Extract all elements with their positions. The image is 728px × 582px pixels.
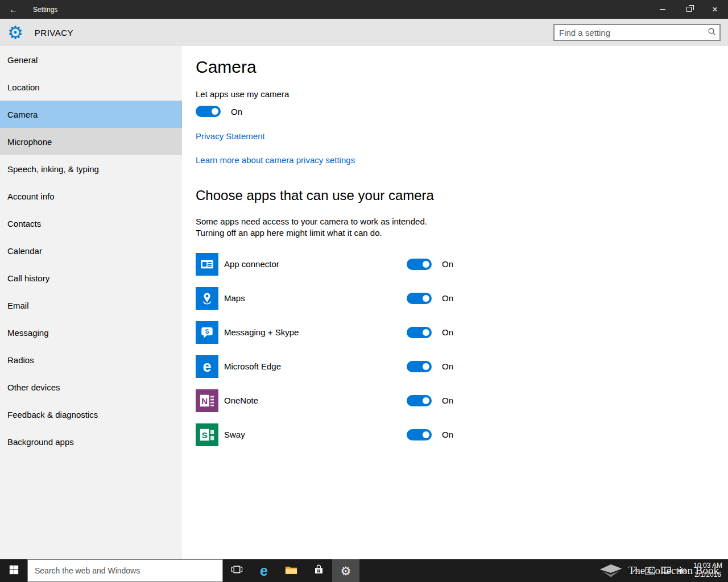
app-toggle-state: On xyxy=(442,430,453,439)
minimize-button[interactable] xyxy=(650,0,676,19)
touch-keyboard-icon[interactable] xyxy=(645,567,655,575)
sidebar-item-other-devices[interactable]: Other devices xyxy=(0,373,182,401)
toggle-knob xyxy=(212,108,218,115)
caption-buttons: × xyxy=(650,0,728,19)
learn-more-link[interactable]: Learn more about camera privacy settings xyxy=(196,155,355,165)
settings-gear-taskbar-icon: ⚙ xyxy=(341,565,351,577)
app-row-messaging-skype: S Messaging + Skype On xyxy=(196,315,728,350)
svg-text:S: S xyxy=(205,328,209,335)
microsoft-edge-toggle[interactable] xyxy=(407,361,432,372)
camera-toggle-row: On xyxy=(196,106,728,117)
app-toggle-state: On xyxy=(442,361,453,371)
camera-app-list: App connector On Maps On xyxy=(196,247,728,452)
sidebar-item-microphone[interactable]: Microphone xyxy=(0,128,182,155)
messaging-skype-toggle[interactable] xyxy=(407,327,432,338)
maps-toggle[interactable] xyxy=(407,293,432,304)
sidebar-item-calendar[interactable]: Calendar xyxy=(0,237,182,264)
app-name: Messaging + Skype xyxy=(224,327,407,337)
sidebar-item-messaging[interactable]: Messaging xyxy=(0,319,182,346)
app-name: Maps xyxy=(224,293,407,303)
network-icon[interactable] xyxy=(661,567,671,575)
file-explorer-button[interactable] xyxy=(278,559,305,582)
app-name: App connector xyxy=(224,259,407,269)
search-icon[interactable] xyxy=(708,27,716,38)
task-view-button[interactable] xyxy=(223,559,250,582)
taskbar-search-input[interactable] xyxy=(35,566,222,575)
settings-gear-icon: ⚙ xyxy=(7,24,23,41)
toggle-knob xyxy=(423,295,429,302)
toggle-knob xyxy=(423,261,429,268)
taskbar-searchbox[interactable] xyxy=(27,559,223,582)
main-content: Camera Let apps use my camera On Privacy… xyxy=(182,46,728,559)
svg-text:N: N xyxy=(201,396,208,405)
find-setting-searchbox[interactable] xyxy=(553,24,721,41)
app-toggle-state: On xyxy=(442,327,453,337)
sidebar-item-general[interactable]: General xyxy=(0,46,182,73)
sidebar-item-feedback-diagnostics[interactable]: Feedback & diagnostics xyxy=(0,401,182,428)
minimize-icon xyxy=(660,9,665,10)
volume-icon[interactable] xyxy=(677,567,687,575)
toggle-knob xyxy=(423,363,429,370)
sidebar-item-camera[interactable]: Camera xyxy=(0,101,182,128)
edge-taskbar-button[interactable]: e xyxy=(250,559,278,582)
privacy-sidebar: General Location Camera Microphone Speec… xyxy=(0,46,182,559)
onenote-toggle[interactable] xyxy=(407,395,432,406)
store-icon xyxy=(313,564,324,577)
system-tray: 10:03 AM 2/1/2016 xyxy=(632,559,728,582)
app-toggle-state: On xyxy=(442,293,453,303)
back-button[interactable]: ← xyxy=(0,0,27,19)
close-icon: × xyxy=(712,5,717,14)
app-row-maps: Maps On xyxy=(196,281,728,315)
show-hidden-icons-chevron[interactable] xyxy=(632,568,639,573)
app-row-microsoft-edge: e Microsoft Edge On xyxy=(196,350,728,384)
back-icon: ← xyxy=(9,5,18,15)
app-connector-toggle[interactable] xyxy=(407,259,432,270)
sway-icon: S xyxy=(196,423,218,446)
toggle-knob xyxy=(423,329,429,336)
edge-icon: e xyxy=(260,564,268,578)
svg-text:S: S xyxy=(202,430,208,439)
restore-button[interactable] xyxy=(676,0,702,19)
sidebar-item-contacts[interactable]: Contacts xyxy=(0,210,182,237)
app-row-onenote: N OneNote On xyxy=(196,384,728,418)
taskbar: e ⚙ xyxy=(0,559,728,582)
svg-text:e: e xyxy=(202,358,211,375)
privacy-statement-link[interactable]: Privacy Statement xyxy=(196,131,265,141)
page-title: PRIVACY xyxy=(35,28,73,38)
sidebar-item-speech-inking-typing[interactable]: Speech, inking, & typing xyxy=(0,155,182,182)
sidebar-item-call-history[interactable]: Call history xyxy=(0,264,182,292)
sidebar-item-account-info[interactable]: Account info xyxy=(0,182,182,210)
toggle-knob xyxy=(423,431,429,438)
app-row-app-connector: App connector On xyxy=(196,247,728,281)
taskbar-clock[interactable]: 10:03 AM 2/1/2016 xyxy=(693,562,722,579)
restore-icon xyxy=(686,7,692,12)
windows-logo-icon xyxy=(9,565,19,577)
app-row-sway: S Sway On xyxy=(196,418,728,452)
folder-icon xyxy=(285,564,297,577)
start-button[interactable] xyxy=(0,559,27,582)
app-toggle-state: On xyxy=(442,259,453,269)
camera-toggle-label: Let apps use my camera xyxy=(196,89,728,99)
camera-master-toggle[interactable] xyxy=(196,106,221,117)
settings-taskbar-button[interactable]: ⚙ xyxy=(332,559,359,582)
close-button[interactable]: × xyxy=(702,0,728,19)
sidebar-item-location[interactable]: Location xyxy=(0,73,182,101)
app-name: Microsoft Edge xyxy=(224,361,407,371)
sidebar-item-background-apps[interactable]: Background apps xyxy=(0,428,182,455)
app-connector-icon xyxy=(196,253,218,276)
camera-heading: Camera xyxy=(196,57,728,77)
store-button[interactable] xyxy=(305,559,332,582)
sidebar-item-radios[interactable]: Radios xyxy=(0,346,182,373)
camera-toggle-state: On xyxy=(231,107,242,117)
find-setting-input[interactable] xyxy=(559,28,708,38)
toggle-knob xyxy=(423,397,429,404)
task-view-icon xyxy=(231,564,243,577)
sway-toggle[interactable] xyxy=(407,429,432,440)
titlebar: ← Settings × xyxy=(0,0,728,19)
messaging-skype-icon: S xyxy=(196,321,218,344)
onenote-icon: N xyxy=(196,389,218,412)
microsoft-edge-icon: e xyxy=(196,355,218,378)
window-body: General Location Camera Microphone Speec… xyxy=(0,46,728,559)
app-toggle-state: On xyxy=(442,396,453,405)
sidebar-item-email[interactable]: Email xyxy=(0,292,182,319)
